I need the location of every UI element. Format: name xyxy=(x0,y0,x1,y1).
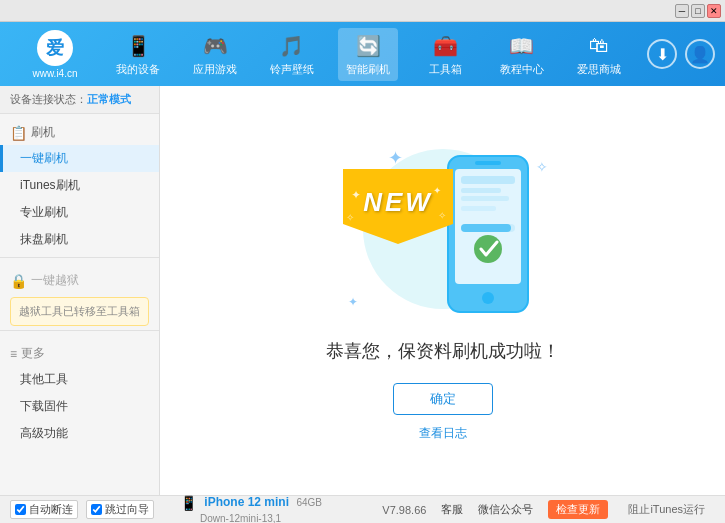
update-button[interactable]: 检查更新 xyxy=(548,500,608,519)
svg-point-2 xyxy=(482,292,494,304)
close-button[interactable]: ✕ xyxy=(707,4,721,18)
mall-label: 爱思商城 xyxy=(577,62,621,77)
status-prefix: 设备连接状态： xyxy=(10,93,87,105)
ringtone-icon: 🎵 xyxy=(278,32,306,60)
svg-rect-3 xyxy=(475,161,501,165)
device-status-bar: 设备连接状态：正常模式 xyxy=(0,86,159,114)
auto-disconnect-input[interactable] xyxy=(15,504,26,515)
auto-disconnect-checkbox[interactable]: 自动断连 xyxy=(10,500,78,519)
sidebar-item-download-firmware[interactable]: 下载固件 xyxy=(0,393,159,420)
divider-2 xyxy=(0,330,159,331)
confirm-button[interactable]: 确定 xyxy=(393,383,493,415)
more-label: 更多 xyxy=(21,345,45,362)
more-section: ≡ 更多 其他工具 下载固件 高级功能 xyxy=(0,335,159,447)
jailbreak-label: 一键越狱 xyxy=(31,272,79,289)
nav-smart-flash[interactable]: 🔄 智能刷机 xyxy=(338,28,398,81)
more-section-header: ≡ 更多 xyxy=(0,341,159,366)
svg-rect-6 xyxy=(461,196,509,201)
ringtone-label: 铃声壁纸 xyxy=(270,62,314,77)
sidebar-item-other-tools[interactable]: 其他工具 xyxy=(0,366,159,393)
svg-rect-4 xyxy=(461,176,515,184)
sidebar-item-advanced[interactable]: 高级功能 xyxy=(0,420,159,447)
svg-text:✧: ✧ xyxy=(438,210,446,221)
header: 爱 www.i4.cn 📱 我的设备 🎮 应用游戏 🎵 铃声壁纸 🔄 智能刷机 … xyxy=(0,22,725,86)
sidebar-item-wipe-flash[interactable]: 抹盘刷机 xyxy=(0,226,159,253)
device-name: iPhone 12 mini xyxy=(204,495,289,509)
wechat-link[interactable]: 微信公众号 xyxy=(478,502,533,517)
window-controls: ─ □ ✕ xyxy=(675,4,721,18)
tutorial-icon: 📖 xyxy=(508,32,536,60)
my-device-label: 我的设备 xyxy=(116,62,160,77)
version-label: V7.98.66 xyxy=(382,504,426,516)
svg-point-10 xyxy=(474,235,502,263)
logo-area: 爱 www.i4.cn xyxy=(10,30,100,79)
bottom-right: V7.98.66 客服 微信公众号 检查更新 xyxy=(382,500,608,519)
maximize-button[interactable]: □ xyxy=(691,4,705,18)
smart-flash-icon: 🔄 xyxy=(354,32,382,60)
mall-icon: 🛍 xyxy=(585,32,613,60)
sidebar-item-itunes-flash[interactable]: iTunes刷机 xyxy=(0,172,159,199)
view-log-link[interactable]: 查看日志 xyxy=(419,425,467,442)
minimize-button[interactable]: ─ xyxy=(675,4,689,18)
phone-image xyxy=(443,154,533,317)
status-value: 正常模式 xyxy=(87,93,131,105)
svg-text:NEW: NEW xyxy=(363,187,433,217)
skip-wizard-checkbox[interactable]: 跳过向导 xyxy=(86,500,154,519)
user-button[interactable]: 👤 xyxy=(685,39,715,69)
lock-icon: 🔒 xyxy=(10,273,27,289)
logo-url: www.i4.cn xyxy=(32,68,77,79)
skip-wizard-label: 跳过向导 xyxy=(105,502,149,517)
nav-my-device[interactable]: 📱 我的设备 xyxy=(108,28,168,81)
svg-text:✧: ✧ xyxy=(346,212,354,223)
sidebar: 设备连接状态：正常模式 📋 刷机 一键刷机 iTunes刷机 专业刷机 抹盘刷机… xyxy=(0,86,160,495)
device-system: Down-12mini-13,1 xyxy=(180,513,281,524)
nav-ringtone[interactable]: 🎵 铃声壁纸 xyxy=(262,28,322,81)
service-link[interactable]: 客服 xyxy=(441,502,463,517)
flash-section-header: 📋 刷机 xyxy=(0,120,159,145)
sparkle-3: ✦ xyxy=(348,295,358,309)
nav-bar: 📱 我的设备 🎮 应用游戏 🎵 铃声壁纸 🔄 智能刷机 🧰 工具箱 📖 教程中心… xyxy=(100,28,637,81)
stop-itunes-button[interactable]: 阻止iTunes运行 xyxy=(618,499,715,520)
download-button[interactable]: ⬇ xyxy=(647,39,677,69)
flash-section-icon: 📋 xyxy=(10,125,27,141)
auto-disconnect-label: 自动断连 xyxy=(29,502,73,517)
nav-apps-games[interactable]: 🎮 应用游戏 xyxy=(185,28,245,81)
sparkle-1: ✦ xyxy=(388,147,403,169)
svg-text:✦: ✦ xyxy=(433,185,441,196)
sidebar-item-one-key-flash[interactable]: 一键刷机 xyxy=(0,145,159,172)
bottom-bar: 自动断连 跳过向导 📱 iPhone 12 mini 64GB Down-12m… xyxy=(0,495,725,523)
sparkle-2: ✧ xyxy=(536,159,548,175)
toolbox-icon: 🧰 xyxy=(431,32,459,60)
jailbreak-section: 🔒 一键越狱 越狱工具已转移至工具箱 xyxy=(0,262,159,326)
divider-1 xyxy=(0,257,159,258)
device-info: 📱 iPhone 12 mini 64GB Down-12mini-13,1 xyxy=(170,495,382,524)
flash-section: 📋 刷机 一键刷机 iTunes刷机 专业刷机 抹盘刷机 xyxy=(0,114,159,253)
sidebar-item-pro-flash[interactable]: 专业刷机 xyxy=(0,199,159,226)
flash-section-label: 刷机 xyxy=(31,124,55,141)
svg-text:✦: ✦ xyxy=(351,188,361,202)
jailbreak-notice: 越狱工具已转移至工具箱 xyxy=(10,297,149,326)
jailbreak-section-header: 🔒 一键越狱 xyxy=(0,268,159,293)
device-phone-icon: 📱 xyxy=(180,495,197,511)
success-message: 恭喜您，保资料刷机成功啦！ xyxy=(326,339,560,363)
nav-mall[interactable]: 🛍 爱思商城 xyxy=(569,28,629,81)
tutorial-label: 教程中心 xyxy=(500,62,544,77)
success-illustration: ✦ ✦ NEW ✧ ✧ ✦ ✧ ✦ xyxy=(333,139,553,339)
nav-toolbox[interactable]: 🧰 工具箱 xyxy=(415,28,475,81)
apps-games-icon: 🎮 xyxy=(201,32,229,60)
content-area: ✦ ✦ NEW ✧ ✧ ✦ ✧ ✦ 恭喜您，保资料刷机成功啦！ 确定 查看日志 xyxy=(160,86,725,495)
more-icon: ≡ xyxy=(10,347,17,361)
logo-icon: 爱 xyxy=(37,30,73,66)
apps-games-label: 应用游戏 xyxy=(193,62,237,77)
svg-rect-5 xyxy=(461,188,501,193)
new-banner: ✦ ✦ NEW ✧ ✧ xyxy=(343,169,453,247)
header-right: ⬇ 👤 xyxy=(647,39,715,69)
bottom-left: 自动断连 跳过向导 xyxy=(10,500,170,519)
nav-tutorial[interactable]: 📖 教程中心 xyxy=(492,28,552,81)
skip-wizard-input[interactable] xyxy=(91,504,102,515)
device-storage: 64GB xyxy=(296,497,322,508)
svg-rect-9 xyxy=(461,224,511,232)
svg-rect-7 xyxy=(461,206,496,211)
main-area: 设备连接状态：正常模式 📋 刷机 一键刷机 iTunes刷机 专业刷机 抹盘刷机… xyxy=(0,86,725,495)
title-bar: ─ □ ✕ xyxy=(0,0,725,22)
